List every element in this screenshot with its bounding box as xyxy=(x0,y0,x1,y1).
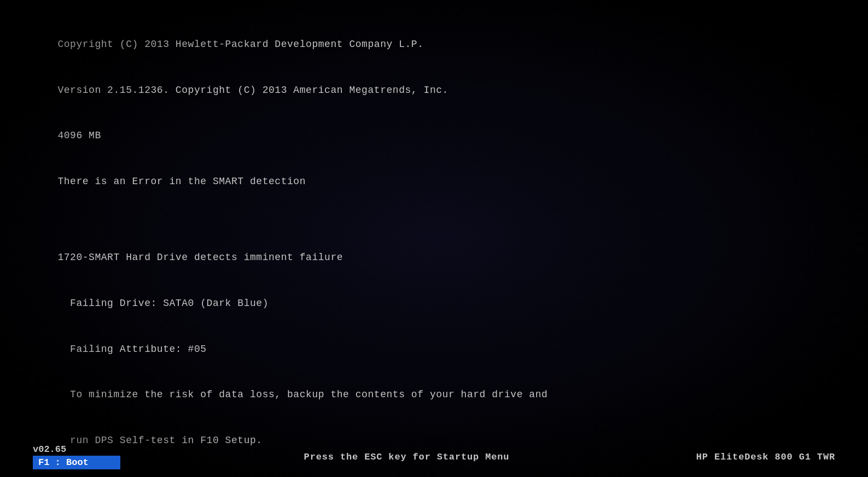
bottom-right-section: HP EliteDesk 800 G1 TWR xyxy=(693,452,835,462)
minimize-risk-line: To minimize the risk of data loss, backu… xyxy=(57,389,547,400)
smart-warning-title: 1720-SMART Hard Drive detects imminent f… xyxy=(57,252,343,263)
esc-message: Press the ESC key for Startup Menu xyxy=(304,452,510,462)
bios-screen: Copyright (C) 2013 Hewlett-Packard Devel… xyxy=(0,0,868,477)
machine-model: HP EliteDesk 800 G1 TWR xyxy=(696,452,835,462)
failing-attribute-line: Failing Attribute: #05 xyxy=(57,344,206,355)
ram-line: 4096 MB xyxy=(57,130,101,141)
failing-drive-line: Failing Drive: SATA0 (Dark Blue) xyxy=(57,298,269,309)
copyright-line1: Copyright (C) 2013 Hewlett-Packard Devel… xyxy=(57,39,423,50)
bottom-bar: v02.65 F1 : Boot Press the ESC key for S… xyxy=(0,440,868,477)
bios-version: v02.65 xyxy=(33,444,120,455)
bottom-left-section: v02.65 F1 : Boot xyxy=(33,444,120,469)
version-line: Version 2.15.1236. Copyright (C) 2013 Am… xyxy=(57,85,448,96)
bios-output: Copyright (C) 2013 Hewlett-Packard Devel… xyxy=(33,22,835,464)
bottom-center-section: Press the ESC key for Startup Menu xyxy=(120,452,693,462)
f1-boot-button[interactable]: F1 : Boot xyxy=(33,456,120,469)
smart-error-line: There is an Error in the SMART detection xyxy=(57,176,306,187)
